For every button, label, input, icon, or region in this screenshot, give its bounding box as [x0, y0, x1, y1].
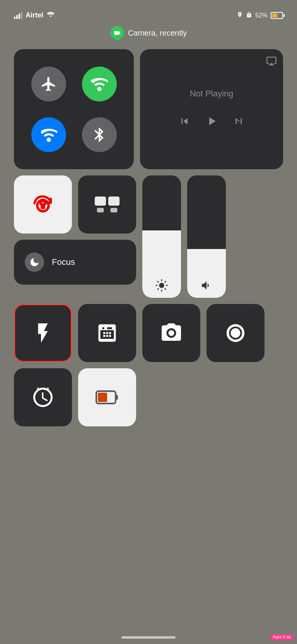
- flashlight-button[interactable]: [14, 304, 72, 362]
- location-icon: [237, 12, 243, 19]
- home-indicator[interactable]: [121, 636, 176, 639]
- status-left: Airtel: [14, 11, 55, 20]
- airplane-mode-button[interactable]: [31, 67, 66, 101]
- status-right: 52%: [237, 12, 283, 19]
- signal-bars: [14, 12, 22, 19]
- svg-rect-7: [111, 208, 118, 213]
- svg-rect-6: [97, 208, 104, 213]
- svg-rect-14: [98, 393, 107, 402]
- carrier-name: Airtel: [26, 11, 43, 19]
- signal-bar-2: [16, 15, 18, 19]
- record-icon: [224, 321, 247, 345]
- cellular-icon: [91, 76, 108, 93]
- volume-icon: [200, 279, 213, 292]
- cellular-button[interactable]: [82, 67, 117, 101]
- svg-point-9: [169, 330, 174, 336]
- sliders-col: [142, 175, 283, 298]
- volume-slider[interactable]: [187, 175, 226, 298]
- airplay-symbol: [266, 55, 277, 66]
- calculator-icon: [96, 321, 119, 345]
- brightness-slider[interactable]: [142, 175, 181, 298]
- svg-rect-13: [116, 395, 118, 400]
- camera-label: Camera, recently: [128, 29, 187, 38]
- row2: Focus: [14, 175, 283, 298]
- camera-icon: [113, 29, 121, 37]
- top-buttons: [14, 175, 136, 234]
- focus-label: Focus: [52, 257, 75, 267]
- focus-button[interactable]: Focus: [14, 240, 136, 285]
- camera-button[interactable]: [142, 304, 200, 362]
- low-power-icon: [96, 386, 119, 409]
- bluetooth-icon: [91, 126, 108, 143]
- row3: [14, 304, 283, 362]
- svg-point-0: [97, 87, 101, 91]
- svg-rect-5: [108, 197, 119, 206]
- play-button[interactable]: [205, 114, 218, 130]
- wifi-status-icon: [46, 11, 55, 20]
- signal-bar-1: [14, 17, 15, 19]
- wifi-button[interactable]: [31, 117, 66, 152]
- svg-point-11: [231, 328, 241, 338]
- brightness-fill: [142, 230, 181, 298]
- bluetooth-button[interactable]: [82, 117, 117, 152]
- signal-bar-4: [21, 12, 22, 19]
- brightness-icon: [155, 279, 168, 292]
- battery-icon: [271, 12, 283, 19]
- svg-point-8: [159, 283, 164, 288]
- battery-percent: 52%: [255, 12, 268, 19]
- nowplaying-tile[interactable]: Not Playing: [140, 49, 283, 169]
- not-playing-text: Not Playing: [190, 89, 234, 99]
- moon-icon: [29, 257, 40, 268]
- volume-fill: [187, 249, 226, 298]
- airplay-icon: [266, 55, 277, 68]
- wifi-icon: [40, 126, 57, 143]
- watermark: Paint X lite: [271, 634, 293, 640]
- row4: [14, 368, 283, 426]
- svg-point-1: [46, 137, 51, 142]
- flashlight-icon: [31, 321, 55, 345]
- media-controls: [178, 114, 245, 130]
- camera-dot: [110, 26, 124, 40]
- fastforward-button[interactable]: [232, 115, 245, 129]
- screen-mirror-button[interactable]: [78, 175, 136, 234]
- screen-record-button[interactable]: [207, 304, 265, 362]
- clock-icon: [31, 386, 55, 409]
- row1: Not Playing: [14, 49, 283, 169]
- status-bar: Airtel 52%: [0, 0, 297, 24]
- rotate-lock-icon: [29, 191, 56, 218]
- focus-moon: [25, 252, 44, 272]
- mirror-icon: [94, 191, 121, 218]
- calculator-button[interactable]: [78, 304, 136, 362]
- control-center: Not Playing: [0, 49, 297, 426]
- camera-quick-icon: [160, 321, 183, 345]
- camera-indicator: Camera, recently: [0, 24, 297, 49]
- rewind-button[interactable]: [178, 115, 191, 129]
- signal-bar-3: [19, 14, 20, 19]
- battery-fill: [272, 14, 277, 17]
- svg-rect-4: [95, 197, 106, 206]
- low-power-button[interactable]: [78, 368, 136, 426]
- rotate-lock-button[interactable]: [14, 175, 72, 234]
- lock-icon: [246, 12, 252, 19]
- left-controls: Focus: [14, 175, 136, 298]
- clock-button[interactable]: [14, 368, 72, 426]
- airplane-icon: [40, 76, 57, 93]
- connectivity-tile: [14, 49, 134, 169]
